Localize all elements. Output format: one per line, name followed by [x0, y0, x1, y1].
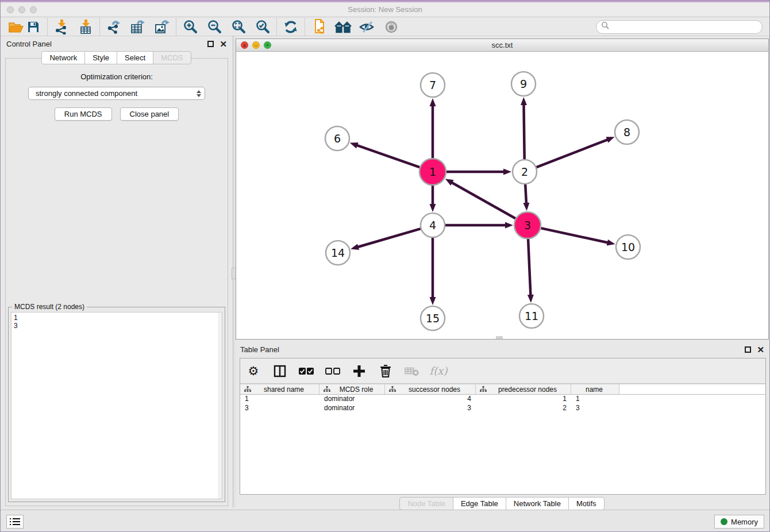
column-header-mcds-role[interactable]: MCDS role	[319, 384, 385, 394]
home-icon[interactable]	[334, 19, 352, 35]
graph-node-label: 7	[429, 79, 436, 91]
delete-icon[interactable]	[378, 363, 393, 380]
table-cell[interactable]: 4	[385, 395, 476, 404]
column-header-predecessor-nodes[interactable]: predecessor nodes	[476, 384, 571, 394]
main-toolbar	[1, 18, 769, 36]
close-panel-icon[interactable]: ✕	[220, 41, 227, 47]
zoom-fit-icon[interactable]	[230, 19, 247, 35]
run-mcds-button[interactable]: Run MCDS	[55, 107, 112, 121]
graph-edge[interactable]	[528, 239, 530, 296]
table-panel: Table Panel ✕ ⚙	[236, 342, 769, 511]
add-icon[interactable]	[352, 363, 367, 380]
toolbar-separator	[99, 18, 100, 36]
graph-edge[interactable]	[541, 228, 609, 243]
export-image-icon[interactable]	[153, 19, 171, 35]
graph-edge[interactable]	[356, 145, 419, 167]
graph-edge[interactable]	[525, 184, 526, 205]
search-input[interactable]	[596, 20, 763, 34]
network-canvas[interactable]: 7968124314101511	[236, 52, 768, 339]
table-panel-title: Table Panel	[240, 345, 279, 354]
network-maximize-button[interactable]: +	[264, 41, 271, 49]
hide-details-icon[interactable]	[359, 19, 376, 35]
refresh-icon[interactable]	[282, 19, 299, 35]
table-toolbar: ⚙ f(x)	[240, 358, 765, 384]
canvas-scroll-thumb[interactable]	[496, 336, 503, 339]
graph-edge-arrowhead	[505, 222, 513, 229]
criterion-dropdown[interactable]: strongly connected component	[28, 87, 205, 100]
tab-motifs[interactable]: Motifs	[568, 497, 605, 510]
float-table-panel-icon[interactable]	[745, 346, 751, 353]
memory-button[interactable]: Memory	[714, 515, 764, 529]
tab-edge-table[interactable]: Edge Table	[453, 497, 506, 510]
export-network-icon[interactable]	[105, 19, 122, 35]
criterion-dropdown-value: strongly connected component	[36, 89, 137, 98]
tab-mcds[interactable]: MCDS	[153, 51, 191, 64]
graph-edge[interactable]	[357, 229, 421, 247]
toolbar-separator	[47, 18, 48, 36]
open-folder-icon[interactable]	[7, 19, 25, 35]
tab-style[interactable]: Style	[84, 51, 117, 64]
column-header-successor-nodes[interactable]: successor nodes	[385, 384, 476, 394]
graph-edge[interactable]	[537, 139, 609, 167]
tab-network-table[interactable]: Network Table	[506, 497, 569, 510]
column-type-icon	[244, 386, 251, 392]
table-body[interactable]: 1dominator4113dominator323	[240, 395, 765, 413]
table-row[interactable]: 3dominator323	[240, 404, 765, 413]
graph-edge-arrowhead	[521, 97, 527, 105]
column-header-shared-name[interactable]: shared name	[240, 384, 319, 394]
graph-node-label: 8	[623, 126, 630, 138]
memory-status-icon	[721, 518, 727, 525]
table-row[interactable]: 1dominator411	[240, 395, 765, 404]
graph-edge-arrowhead	[607, 240, 615, 246]
table-cell[interactable]: 1	[240, 395, 319, 404]
tab-node-table[interactable]: Node Table	[399, 497, 453, 510]
close-panel-button[interactable]: Close panel	[120, 107, 179, 121]
network-window-titlebar[interactable]: x – + scc.txt	[236, 39, 768, 52]
table-cell[interactable]: dominator	[319, 404, 385, 413]
float-panel-icon[interactable]	[207, 41, 214, 47]
column-header-name[interactable]: name	[571, 384, 619, 394]
app-titlebar: Session: New Session	[1, 2, 769, 17]
graph-node-label: 1	[429, 165, 436, 178]
gear-icon[interactable]: ⚙	[246, 363, 261, 380]
mcds-result-text[interactable]: 1 3	[11, 312, 222, 499]
select-all-icon[interactable]	[299, 363, 314, 380]
zoom-selected-icon[interactable]	[254, 19, 271, 35]
table-cell[interactable]: 3	[240, 404, 319, 413]
table-cell[interactable]: 2	[476, 404, 571, 413]
network-minimize-button[interactable]: –	[252, 41, 260, 49]
table-cell[interactable]: 1	[476, 395, 571, 404]
table-cell[interactable]: 1	[571, 395, 619, 404]
result-scrollbar[interactable]	[218, 313, 222, 499]
zoom-in-icon[interactable]	[182, 19, 199, 35]
close-table-panel-icon[interactable]: ✕	[757, 346, 764, 353]
graph-node-label: 4	[429, 219, 436, 232]
graph-edge-arrowhead	[528, 295, 534, 303]
table-tabs: Node Table Edge Table Network Table Moti…	[236, 496, 769, 511]
graph-edge-arrowhead	[430, 297, 436, 305]
export-table-icon[interactable]	[129, 19, 147, 35]
columns-icon[interactable]	[272, 363, 287, 380]
save-icon[interactable]	[25, 19, 42, 35]
graph-node-label: 9	[520, 78, 527, 90]
import-network-icon[interactable]	[53, 19, 70, 35]
import-table-icon[interactable]	[77, 19, 94, 35]
table-cell[interactable]: 3	[571, 404, 619, 413]
toolbar-separator	[305, 18, 305, 36]
graph-edge[interactable]	[523, 103, 524, 159]
table-cell[interactable]: 3	[385, 404, 476, 413]
control-panel-title: Control Panel	[6, 40, 52, 48]
deselect-all-icon[interactable]	[325, 363, 340, 380]
tab-select[interactable]: Select	[117, 51, 153, 64]
clone-network-icon[interactable]	[310, 19, 328, 35]
task-history-button[interactable]	[6, 515, 24, 529]
graph-edge-arrowhead	[430, 204, 436, 212]
graph-edge[interactable]	[451, 182, 515, 219]
table-cell[interactable]: dominator	[319, 395, 385, 404]
graph-edge-arrowhead	[503, 169, 511, 175]
mcds-result-title: MCDS result (2 nodes)	[12, 303, 87, 311]
function-icon: f(x)	[431, 363, 446, 380]
tab-network[interactable]: Network	[41, 51, 85, 64]
zoom-out-icon[interactable]	[206, 19, 223, 35]
network-close-button[interactable]: x	[241, 41, 248, 49]
